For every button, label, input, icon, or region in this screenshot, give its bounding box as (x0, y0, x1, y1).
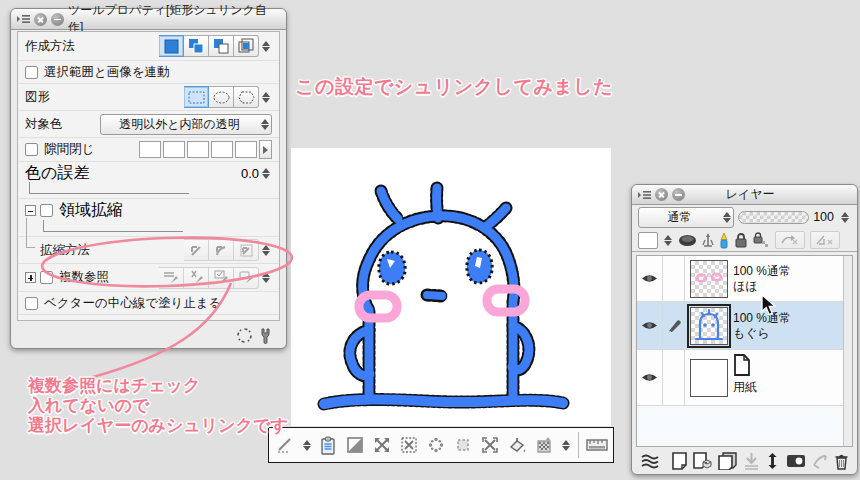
blend-mode-dropdown[interactable]: 通常 (638, 207, 734, 228)
gap-size-2[interactable] (163, 141, 185, 158)
scale-method-2-button[interactable] (209, 239, 234, 261)
feather-selection-icon[interactable] (424, 433, 448, 457)
area-scale-slider[interactable] (43, 220, 183, 232)
layer-color-stepper[interactable] (663, 232, 673, 248)
ref-folder-button[interactable] (234, 267, 259, 289)
ref-selected-button[interactable] (209, 267, 234, 289)
ref-all-layers-button[interactable] (159, 267, 184, 289)
minimize-icon[interactable] (51, 13, 64, 26)
apply-mask-icon[interactable] (812, 453, 828, 469)
lock-transparent-icon[interactable] (753, 232, 770, 248)
panel-menu-icon[interactable] (17, 14, 30, 24)
canvas[interactable] (291, 148, 611, 426)
new-vector-layer-icon[interactable] (693, 452, 712, 470)
shape-polygon-button[interactable] (234, 86, 259, 108)
transfer-layer-icon[interactable] (765, 452, 780, 470)
lighttable-icon[interactable] (702, 232, 714, 248)
gap-size-3[interactable] (187, 141, 209, 158)
checkbox-link-selection[interactable] (25, 66, 38, 79)
link-selection-label: 選択範囲と画像を連動 (44, 64, 170, 81)
transform-icon[interactable] (478, 433, 502, 457)
checkbox-vector-stop[interactable] (25, 297, 38, 310)
layer-close-icon[interactable] (655, 188, 668, 201)
layer-thumbnail-hoho[interactable] (690, 260, 728, 298)
multi-ref-expand-toggle[interactable] (25, 272, 36, 283)
scale-method-1-button[interactable] (184, 239, 209, 261)
duplicate-layer-icon[interactable] (718, 452, 737, 470)
wrench-icon[interactable] (260, 327, 276, 344)
layer-panel-menu-icon[interactable] (638, 190, 651, 200)
layer-mask-icon[interactable] (678, 234, 697, 247)
draw-pen-icon[interactable] (719, 232, 729, 249)
layer-tools-row (632, 229, 857, 252)
layer-color-dropdown[interactable] (638, 232, 658, 249)
layer-name: ほほ (733, 279, 791, 294)
panel-switch-icon[interactable] (640, 453, 660, 469)
gap-size-1[interactable] (139, 141, 161, 158)
set-draft-button[interactable] (810, 231, 840, 249)
shape-rectangle-button[interactable] (184, 86, 209, 108)
shape-stepper[interactable] (259, 86, 272, 108)
layer-list-scrollbar[interactable] (843, 256, 852, 446)
area-scale-collapse-toggle[interactable] (25, 205, 36, 216)
scale-method-stepper[interactable] (259, 239, 272, 261)
new-selection-button[interactable] (159, 35, 184, 57)
ruler-icon[interactable] (585, 433, 609, 457)
gap-size-5[interactable] (235, 141, 257, 158)
layer-thumbnail-mogura[interactable] (690, 307, 728, 345)
delete-layer-icon[interactable] (834, 453, 849, 470)
layer-name: もぐら (733, 326, 791, 341)
fill-icon[interactable] (505, 433, 529, 457)
reset-settings-icon[interactable] (236, 327, 253, 344)
clipboard-icon[interactable] (316, 433, 340, 457)
close-icon[interactable] (34, 13, 47, 26)
subtract-selection-button[interactable] (209, 35, 234, 57)
gap-size-4[interactable] (211, 141, 233, 158)
scale-method-3-button[interactable] (234, 239, 259, 261)
selection-border-icon[interactable] (451, 433, 475, 457)
launcher-stepper-right[interactable] (559, 434, 572, 456)
merge-down-icon[interactable] (743, 452, 760, 470)
deselect-icon[interactable] (273, 433, 297, 457)
tone-icon[interactable] (532, 433, 556, 457)
opacity-stepper[interactable] (838, 208, 851, 226)
ref-layer-button[interactable] (184, 267, 209, 289)
shrink-selection-icon[interactable] (397, 433, 421, 457)
target-color-dropdown[interactable]: 透明以外と内部の透明 (100, 114, 272, 135)
overlap-selection-button[interactable] (234, 35, 259, 57)
checkbox-multi-ref[interactable] (40, 271, 53, 284)
visibility-toggle[interactable] (637, 302, 663, 349)
gap-close-expand-button[interactable] (259, 140, 272, 159)
new-layer-icon[interactable] (672, 452, 687, 470)
checkbox-gap-close[interactable] (25, 143, 38, 156)
set-reference-button[interactable] (775, 231, 805, 249)
shape-ellipse-button[interactable] (209, 86, 234, 108)
lock-icon[interactable] (734, 232, 748, 248)
layer-panel-titlebar: レイヤー (632, 185, 857, 205)
expand-selection-icon[interactable] (370, 433, 394, 457)
layer-thumbnail-paper[interactable] (690, 359, 728, 397)
add-selection-button[interactable] (184, 35, 209, 57)
layer-row-mogura[interactable]: 100 %通常 もぐら (637, 302, 852, 350)
edit-target-cell[interactable] (663, 350, 685, 405)
target-color-stepper[interactable] (258, 113, 271, 135)
layer-row-hoho[interactable]: 100 %通常 ほほ (637, 256, 852, 302)
visibility-toggle[interactable] (637, 350, 663, 405)
opacity-slider[interactable] (738, 211, 809, 224)
color-tolerance-value: 0.0 (241, 166, 259, 181)
layer-row-paper[interactable]: 用紙 (637, 350, 852, 406)
color-tolerance-stepper[interactable] (259, 165, 272, 181)
layer-mask-button-icon[interactable] (786, 454, 806, 468)
invert-selection-icon[interactable] (343, 433, 367, 457)
blend-mode-stepper[interactable] (720, 208, 733, 226)
color-tolerance-slider[interactable] (29, 182, 189, 194)
creation-method-stepper[interactable] (259, 35, 272, 57)
checkbox-area-scale[interactable] (40, 204, 53, 217)
layer-minimize-icon[interactable] (672, 188, 685, 201)
tool-panel-body: 作成方法 選択範囲と画像を連動 図形 (17, 31, 280, 321)
checkbox-antialias[interactable] (25, 321, 38, 322)
launcher-stepper-left[interactable] (300, 434, 313, 456)
multi-ref-stepper[interactable] (259, 267, 272, 289)
edit-target-cell[interactable] (663, 256, 685, 301)
visibility-toggle[interactable] (637, 256, 663, 301)
